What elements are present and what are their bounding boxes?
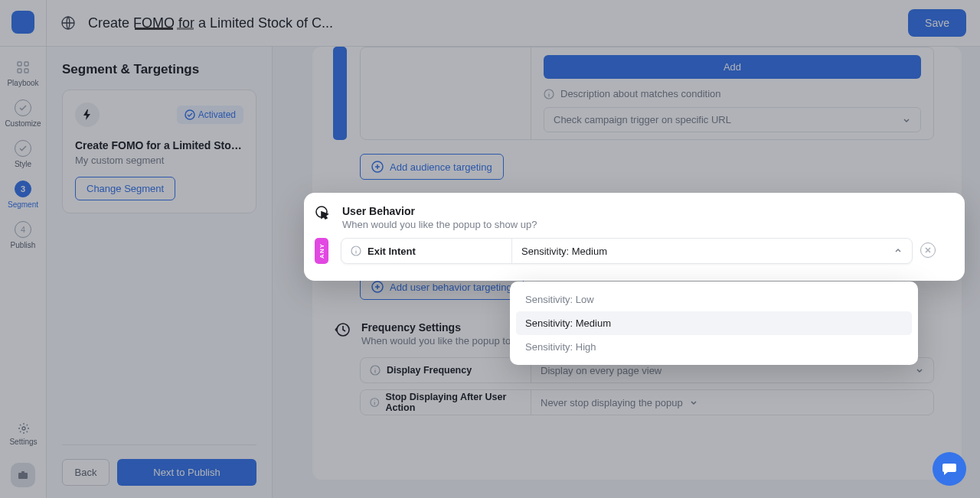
- app-logo[interactable]: [11, 11, 34, 34]
- briefcase-icon: [17, 469, 29, 481]
- nav-settings[interactable]: Settings: [0, 422, 47, 446]
- sensitivity-option-medium[interactable]: Sensitivity: Medium: [516, 311, 912, 335]
- add-condition-button[interactable]: Add: [544, 55, 921, 79]
- nav-label: Style: [15, 160, 31, 168]
- svg-rect-3: [24, 69, 28, 73]
- info-icon: [370, 365, 381, 376]
- svg-rect-2: [18, 69, 21, 73]
- nav-label: Customize: [5, 119, 41, 128]
- bolt-icon: [83, 109, 92, 120]
- check-trigger-label: Check campaign trigger on specific URL: [554, 114, 731, 125]
- stop-displaying-select[interactable]: Never stop displaying the popup: [531, 390, 933, 415]
- exit-intent-label: Exit Intent: [368, 246, 416, 257]
- cursor-click-icon: [315, 205, 332, 222]
- chevron-down-icon: [689, 398, 698, 407]
- check-icon: [18, 103, 28, 112]
- info-icon: [370, 397, 379, 408]
- user-behavior-sub: When would you like the popup to show up…: [342, 219, 537, 230]
- sensitivity-option-low[interactable]: Sensitivity: Low: [516, 288, 912, 311]
- nav-segment[interactable]: 3 Segment: [0, 181, 46, 209]
- check-trigger-select[interactable]: Check campaign trigger on specific URL: [544, 107, 921, 132]
- check-icon: [18, 144, 28, 153]
- nav-publish[interactable]: 4 Publish: [0, 221, 46, 249]
- stop-displaying-row: Stop Displaying After User Action Never …: [360, 389, 934, 415]
- sensitivity-select[interactable]: Sensitivity: Medium: [512, 239, 912, 263]
- page-title: Create FOMO for a Limited Stock of C...: [88, 15, 333, 31]
- user-behavior-title: User Behavior: [342, 205, 537, 217]
- save-button[interactable]: Save: [908, 9, 966, 37]
- globe-icon: [60, 15, 76, 31]
- activated-badge: Activated: [177, 106, 243, 124]
- condition-description: Description about matches condition: [560, 88, 721, 99]
- display-frequency-label: Display Frequency: [387, 365, 472, 376]
- nav-customize[interactable]: Customize: [0, 99, 46, 128]
- segment-card-sub: My custom segment: [75, 155, 243, 166]
- nav-label: Publish: [11, 241, 36, 249]
- check-circle-icon: [185, 109, 195, 120]
- exit-intent-row: Exit Intent Sensitivity: Medium: [341, 238, 913, 264]
- step-number: 3: [15, 181, 31, 197]
- add-user-behavior-label: Add user behavior targeting: [390, 282, 512, 293]
- info-icon: [544, 89, 554, 99]
- chevron-down-icon: [915, 366, 924, 375]
- user-behavior-panel: User Behavior When would you like the po…: [304, 193, 965, 281]
- nav-style[interactable]: Style: [0, 140, 46, 168]
- stop-displaying-label: Stop Displaying After User Action: [385, 392, 521, 413]
- next-button[interactable]: Next to Publish: [117, 459, 256, 486]
- display-frequency-value: Display on every page view: [541, 365, 662, 376]
- url-condition-section: Add Description about matches condition …: [360, 47, 934, 140]
- plus-circle-icon: [371, 281, 384, 293]
- any-tag-blue: [333, 47, 347, 140]
- close-icon: [924, 246, 932, 254]
- svg-point-4: [22, 427, 25, 430]
- svg-rect-6: [21, 471, 24, 473]
- svg-rect-1: [24, 62, 28, 66]
- chevron-down-icon: [902, 116, 911, 125]
- segment-card: Activated Create FOMO for a Limited Stoc…: [62, 90, 256, 213]
- history-icon: [334, 321, 351, 338]
- stop-displaying-value: Never stop displaying the popup: [541, 397, 683, 408]
- sensitivity-value: Sensitivity: Medium: [521, 246, 607, 257]
- sensitivity-option-high[interactable]: Sensitivity: High: [516, 335, 912, 359]
- nav-label: Playbook: [7, 79, 38, 87]
- nav-playbook[interactable]: Playbook: [0, 59, 46, 87]
- any-tag-pink: ANY: [315, 238, 328, 264]
- change-segment-button[interactable]: Change Segment: [75, 177, 175, 200]
- nav-label: Settings: [9, 438, 37, 446]
- dashboard-icon: [17, 61, 29, 73]
- sensitivity-dropdown: Sensitivity: Low Sensitivity: Medium Sen…: [510, 282, 918, 365]
- svg-rect-0: [18, 62, 21, 66]
- svg-rect-5: [18, 473, 28, 479]
- activated-label: Activated: [198, 109, 236, 120]
- gear-icon: [18, 422, 30, 435]
- title-underline: [177, 28, 194, 30]
- add-audience-targeting-button[interactable]: Add audience targeting: [360, 154, 504, 180]
- chat-icon: [941, 461, 958, 477]
- nav-label: Segment: [8, 200, 38, 209]
- step-number: 4: [15, 221, 31, 238]
- chevron-up-icon: [893, 246, 903, 256]
- add-audience-label: Add audience targeting: [390, 161, 492, 173]
- sidebar-title: Segment & Targetings: [62, 62, 256, 77]
- remove-condition-button[interactable]: [920, 242, 936, 258]
- chat-fab[interactable]: [933, 452, 966, 486]
- info-icon: [351, 246, 361, 256]
- plus-circle-icon: [371, 161, 384, 173]
- suitcase-button[interactable]: [11, 463, 35, 487]
- title-underline: [135, 28, 173, 30]
- segment-card-title: Create FOMO for a Limited Stock o...: [75, 139, 243, 151]
- bolt-badge: [75, 103, 100, 127]
- back-button[interactable]: Back: [62, 459, 109, 486]
